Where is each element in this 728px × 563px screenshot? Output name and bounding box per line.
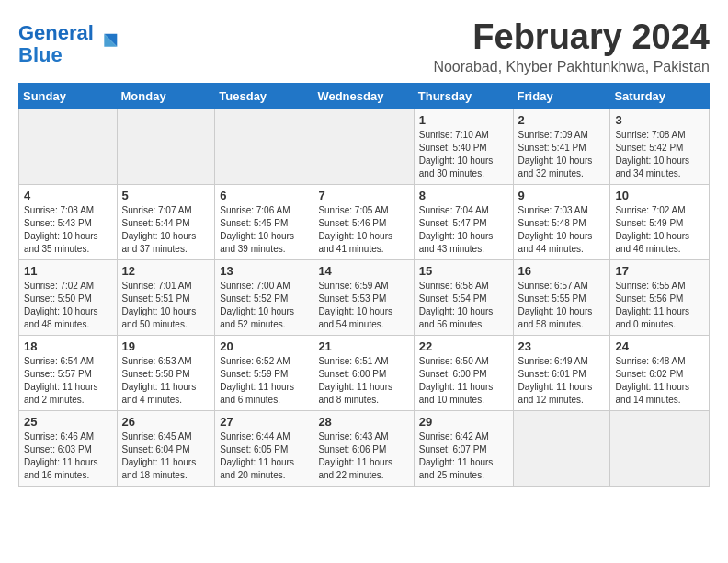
day-cell: 22Sunrise: 6:50 AM Sunset: 6:00 PM Dayli… (414, 335, 513, 410)
week-row-1: 1Sunrise: 7:10 AM Sunset: 5:40 PM Daylig… (19, 109, 710, 184)
day-number: 10 (615, 189, 704, 202)
day-info: Sunrise: 7:10 AM Sunset: 5:40 PM Dayligh… (419, 129, 508, 180)
day-info: Sunrise: 7:06 AM Sunset: 5:45 PM Dayligh… (220, 204, 308, 256)
day-info: Sunrise: 6:59 AM Sunset: 5:53 PM Dayligh… (318, 280, 408, 331)
day-number: 27 (220, 415, 308, 429)
day-number: 19 (122, 339, 210, 353)
week-row-5: 25Sunrise: 6:46 AM Sunset: 6:03 PM Dayli… (19, 410, 710, 486)
logo-icon (96, 29, 121, 55)
day-cell: 6Sunrise: 7:06 AM Sunset: 5:45 PM Daylig… (215, 184, 313, 259)
day-cell (313, 109, 414, 184)
day-info: Sunrise: 7:09 AM Sunset: 5:41 PM Dayligh… (518, 129, 606, 180)
day-cell: 1Sunrise: 7:10 AM Sunset: 5:40 PM Daylig… (414, 109, 513, 184)
day-number: 16 (518, 264, 606, 278)
day-info: Sunrise: 7:08 AM Sunset: 5:43 PM Dayligh… (24, 204, 112, 256)
day-cell: 16Sunrise: 6:57 AM Sunset: 5:55 PM Dayli… (513, 259, 610, 335)
day-info: Sunrise: 6:53 AM Sunset: 5:58 PM Dayligh… (122, 355, 210, 407)
col-thursday: Thursday (414, 83, 513, 109)
day-cell: 29Sunrise: 6:42 AM Sunset: 6:07 PM Dayli… (414, 410, 513, 486)
day-number: 4 (24, 189, 112, 202)
day-info: Sunrise: 6:55 AM Sunset: 5:56 PM Dayligh… (615, 280, 704, 331)
day-number: 23 (518, 339, 606, 353)
day-info: Sunrise: 7:00 AM Sunset: 5:52 PM Dayligh… (220, 280, 308, 331)
logo-text: General Blue (18, 22, 94, 66)
day-cell: 8Sunrise: 7:04 AM Sunset: 5:47 PM Daylig… (414, 184, 513, 259)
day-number: 28 (318, 415, 408, 429)
day-number: 14 (318, 264, 408, 278)
day-cell: 5Sunrise: 7:07 AM Sunset: 5:44 PM Daylig… (117, 184, 215, 259)
calendar-table: Sunday Monday Tuesday Wednesday Thursday… (18, 83, 710, 487)
col-monday: Monday (117, 83, 215, 109)
day-cell (117, 109, 215, 184)
day-cell: 11Sunrise: 7:02 AM Sunset: 5:50 PM Dayli… (19, 259, 118, 335)
day-info: Sunrise: 6:57 AM Sunset: 5:55 PM Dayligh… (518, 280, 606, 331)
day-info: Sunrise: 7:04 AM Sunset: 5:47 PM Dayligh… (419, 204, 508, 256)
day-number: 8 (419, 189, 508, 202)
day-cell: 15Sunrise: 6:58 AM Sunset: 5:54 PM Dayli… (414, 259, 513, 335)
day-number: 18 (24, 339, 112, 353)
day-info: Sunrise: 7:05 AM Sunset: 5:46 PM Dayligh… (318, 204, 408, 256)
title-area: February 2024 Noorabad, Khyber Pakhtunkh… (433, 18, 710, 75)
day-cell: 17Sunrise: 6:55 AM Sunset: 5:56 PM Dayli… (610, 259, 710, 335)
day-cell: 9Sunrise: 7:03 AM Sunset: 5:48 PM Daylig… (513, 184, 610, 259)
day-info: Sunrise: 6:44 AM Sunset: 6:05 PM Dayligh… (220, 431, 308, 482)
day-cell: 13Sunrise: 7:00 AM Sunset: 5:52 PM Dayli… (215, 259, 313, 335)
day-cell: 14Sunrise: 6:59 AM Sunset: 5:53 PM Dayli… (313, 259, 414, 335)
day-info: Sunrise: 6:48 AM Sunset: 6:02 PM Dayligh… (615, 355, 704, 407)
day-number: 20 (220, 339, 308, 353)
day-info: Sunrise: 7:07 AM Sunset: 5:44 PM Dayligh… (122, 204, 210, 256)
week-row-2: 4Sunrise: 7:08 AM Sunset: 5:43 PM Daylig… (19, 184, 710, 259)
day-number: 17 (615, 264, 704, 278)
day-number: 2 (518, 113, 606, 127)
day-cell: 2Sunrise: 7:09 AM Sunset: 5:41 PM Daylig… (513, 109, 610, 184)
header-row: Sunday Monday Tuesday Wednesday Thursday… (19, 83, 710, 109)
day-info: Sunrise: 6:54 AM Sunset: 5:57 PM Dayligh… (24, 355, 112, 407)
day-number: 21 (318, 339, 408, 353)
day-cell (610, 410, 710, 486)
day-info: Sunrise: 6:50 AM Sunset: 6:00 PM Dayligh… (419, 355, 508, 407)
day-number: 1 (419, 113, 508, 127)
day-cell (19, 109, 118, 184)
col-friday: Friday (513, 83, 610, 109)
day-number: 9 (518, 189, 606, 202)
day-info: Sunrise: 6:51 AM Sunset: 6:00 PM Dayligh… (318, 355, 408, 407)
day-cell: 18Sunrise: 6:54 AM Sunset: 5:57 PM Dayli… (19, 335, 118, 410)
logo-line2: Blue (18, 43, 63, 66)
col-sunday: Sunday (19, 83, 118, 109)
day-info: Sunrise: 7:02 AM Sunset: 5:49 PM Dayligh… (615, 204, 704, 256)
day-cell: 4Sunrise: 7:08 AM Sunset: 5:43 PM Daylig… (19, 184, 118, 259)
logo: General Blue (18, 22, 121, 66)
day-cell: 7Sunrise: 7:05 AM Sunset: 5:46 PM Daylig… (313, 184, 414, 259)
day-info: Sunrise: 6:46 AM Sunset: 6:03 PM Dayligh… (24, 431, 112, 482)
day-number: 13 (220, 264, 308, 278)
day-number: 12 (122, 264, 210, 278)
location-title: Noorabad, Khyber Pakhtunkhwa, Pakistan (433, 59, 710, 75)
day-cell: 25Sunrise: 6:46 AM Sunset: 6:03 PM Dayli… (19, 410, 118, 486)
day-info: Sunrise: 6:49 AM Sunset: 6:01 PM Dayligh… (518, 355, 606, 407)
day-info: Sunrise: 7:03 AM Sunset: 5:48 PM Dayligh… (518, 204, 606, 256)
day-cell: 12Sunrise: 7:01 AM Sunset: 5:51 PM Dayli… (117, 259, 215, 335)
day-number: 11 (24, 264, 112, 278)
day-info: Sunrise: 6:45 AM Sunset: 6:04 PM Dayligh… (122, 431, 210, 482)
day-cell: 20Sunrise: 6:52 AM Sunset: 5:59 PM Dayli… (215, 335, 313, 410)
day-cell: 24Sunrise: 6:48 AM Sunset: 6:02 PM Dayli… (610, 335, 710, 410)
day-info: Sunrise: 6:58 AM Sunset: 5:54 PM Dayligh… (419, 280, 508, 331)
day-cell: 28Sunrise: 6:43 AM Sunset: 6:06 PM Dayli… (313, 410, 414, 486)
day-cell: 23Sunrise: 6:49 AM Sunset: 6:01 PM Dayli… (513, 335, 610, 410)
day-info: Sunrise: 6:43 AM Sunset: 6:06 PM Dayligh… (318, 431, 408, 482)
day-number: 26 (122, 415, 210, 429)
day-info: Sunrise: 6:42 AM Sunset: 6:07 PM Dayligh… (419, 431, 508, 482)
day-number: 22 (419, 339, 508, 353)
month-title: February 2024 (433, 18, 710, 57)
header: General Blue February 2024 Noorabad, Khy… (18, 18, 710, 75)
col-wednesday: Wednesday (313, 83, 414, 109)
day-cell: 10Sunrise: 7:02 AM Sunset: 5:49 PM Dayli… (610, 184, 710, 259)
day-number: 25 (24, 415, 112, 429)
day-number: 29 (419, 415, 508, 429)
day-number: 24 (615, 339, 704, 353)
week-row-4: 18Sunrise: 6:54 AM Sunset: 5:57 PM Dayli… (19, 335, 710, 410)
day-info: Sunrise: 6:52 AM Sunset: 5:59 PM Dayligh… (220, 355, 308, 407)
col-saturday: Saturday (610, 83, 710, 109)
day-cell: 27Sunrise: 6:44 AM Sunset: 6:05 PM Dayli… (215, 410, 313, 486)
day-cell: 3Sunrise: 7:08 AM Sunset: 5:42 PM Daylig… (610, 109, 710, 184)
